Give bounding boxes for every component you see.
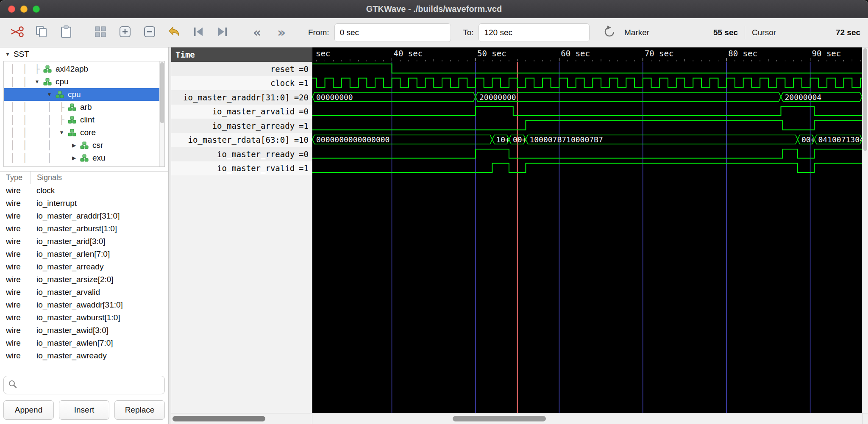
cut-button[interactable]	[8, 23, 27, 42]
signal-table-row[interactable]: wireio_interrupt	[0, 197, 168, 210]
module-icon	[43, 65, 54, 73]
wave-name-row[interactable]: io_master_araddr[31:0]=20	[171, 90, 312, 105]
module-icon	[68, 103, 79, 111]
signal-type: wire	[0, 211, 31, 221]
module-icon	[68, 116, 79, 124]
module-icon	[80, 141, 91, 150]
sst-header[interactable]: ▼ SST	[0, 47, 168, 61]
to-label: To:	[463, 28, 473, 37]
signal-table-row[interactable]: wireio_master_awlen[7:0]	[0, 337, 168, 349]
zoom-to-end-button[interactable]	[213, 23, 232, 42]
wave-name-row[interactable]: io_master_rready=0	[171, 147, 312, 161]
svg-text:60 sec: 60 sec	[561, 49, 590, 58]
signals-list: wireclockwireio_interruptwireio_master_a…	[0, 184, 168, 371]
close-button[interactable]	[8, 6, 15, 13]
svg-text:40 sec: 40 sec	[394, 49, 423, 58]
append-button[interactable]: Append	[3, 400, 54, 420]
cursor-value: 72 sec	[836, 28, 860, 37]
signal-table-row[interactable]: wireio_master_awaddr[31:0]	[0, 299, 168, 311]
tree-item-arb[interactable]: ││ │├arb	[4, 101, 164, 114]
zoom-undo-button[interactable]	[164, 23, 184, 42]
wave-signal-name: io_master_rvalid	[217, 164, 295, 173]
from-input[interactable]	[334, 23, 451, 42]
wave-name-row[interactable]: reset=0	[171, 62, 312, 76]
prev-edge-button[interactable]: «	[248, 23, 267, 42]
tree-item-core[interactable]: ││ │▼core	[4, 126, 164, 139]
vertical-scrollbar[interactable]	[862, 47, 868, 413]
expander-open-icon[interactable]: ▼	[56, 130, 68, 136]
expander-closed-icon[interactable]: ▶	[68, 155, 80, 161]
wave-name-row[interactable]: io_master_rdata[63:0]=10	[171, 133, 312, 147]
vertical-scrollbar-thumb[interactable]	[863, 48, 867, 151]
expander-open-icon[interactable]: ▼	[31, 79, 43, 85]
wave-panel: Time reset=0clock=1io_master_araddr[31:0…	[171, 47, 868, 424]
signal-name: clock	[31, 186, 55, 195]
names-horizontal-scrollbar[interactable]	[171, 413, 312, 424]
signal-table-row[interactable]: wireclock	[0, 184, 168, 197]
tree-item-cpu[interactable]: ││▼cpu	[4, 75, 164, 88]
wave-name-row[interactable]: clock=1	[171, 76, 312, 91]
toolbar: « » From: To: Marker 55 sec Cursor 72 se…	[0, 18, 868, 47]
expander-open-icon[interactable]: ▼	[43, 91, 56, 97]
divider	[745, 26, 745, 39]
tree-item-exu[interactable]: ││ │ ▶exu	[4, 152, 164, 164]
waveform-canvas[interactable]: sec40 sec50 sec60 sec70 sec80 sec90 sec0…	[312, 47, 862, 413]
tree-guide: │	[6, 75, 19, 88]
svg-text:00000000: 00000000	[316, 93, 353, 102]
tree-scrollbar-thumb[interactable]	[160, 62, 164, 123]
signal-table-row[interactable]: wireio_master_arready	[0, 260, 168, 273]
wave-signal-name: io_master_rdata[63:0]	[188, 135, 289, 144]
minimize-button[interactable]	[20, 6, 28, 13]
svg-text:00+: 00+	[801, 135, 815, 144]
wave-horizontal-scrollbar[interactable]	[312, 413, 862, 424]
signal-table-row[interactable]: wireio_master_arvalid	[0, 286, 168, 299]
signal-table-row[interactable]: wireio_master_araddr[31:0]	[0, 210, 168, 222]
replace-button[interactable]: Replace	[114, 400, 165, 420]
zoom-in-button[interactable]	[115, 23, 135, 42]
wave-signal-name: clock	[270, 78, 295, 88]
next-edge-button[interactable]: »	[272, 23, 291, 42]
insert-button[interactable]: Insert	[59, 400, 109, 420]
tree-item-clint[interactable]: ││ │├clint	[4, 114, 164, 126]
svg-text:sec: sec	[316, 49, 330, 58]
sst-panel: ▼ SST ││├axi42apb││▼cpu││└▼cpu││ │├arb││…	[0, 47, 169, 424]
tree-guide: │	[19, 101, 31, 114]
tree-item-axi42apb[interactable]: ││├axi42apb	[4, 63, 164, 75]
signal-table-row[interactable]: wireio_master_arlen[7:0]	[0, 248, 168, 260]
signal-type: wire	[0, 313, 31, 322]
signal-name-list: reset=0clock=1io_master_araddr[31:0]=20i…	[171, 62, 312, 175]
svg-text:20000004: 20000004	[785, 93, 822, 102]
zoom-to-start-button[interactable]	[189, 23, 208, 42]
signal-type: wire	[0, 288, 31, 297]
paste-button[interactable]	[56, 23, 76, 42]
signal-table-row[interactable]: wireio_master_awready	[0, 349, 168, 362]
tree-guide: └	[31, 88, 43, 101]
zoom-out-button[interactable]	[140, 23, 159, 42]
marker-value: 55 sec	[713, 28, 738, 37]
signal-table-row[interactable]: wireio_master_arsize[2:0]	[0, 273, 168, 286]
expander-closed-icon[interactable]: ▶	[68, 142, 80, 148]
search-input[interactable]	[21, 380, 160, 390]
wave-name-row[interactable]: io_master_arvalid=0	[171, 105, 312, 119]
reload-button[interactable]	[600, 23, 619, 42]
signal-table-row[interactable]: wireio_master_awburst[1:0]	[0, 311, 168, 324]
signal-table-row[interactable]: wireio_master_arburst[1:0]	[0, 222, 168, 235]
search-box[interactable]	[3, 376, 165, 394]
fullscreen-button[interactable]	[33, 6, 40, 13]
wave-signal-value: =1	[299, 121, 309, 130]
tree-item-cpu[interactable]: ││└▼cpu	[4, 88, 164, 101]
signal-table-row[interactable]: wireio_master_awid[3:0]	[0, 324, 168, 337]
waveform-area[interactable]: sec40 sec50 sec60 sec70 sec80 sec90 sec0…	[312, 47, 862, 413]
signal-table-row[interactable]: wireio_master_arid[3:0]	[0, 235, 168, 248]
tree-guide: │	[6, 139, 19, 152]
tree-item-csr[interactable]: ││ │ ▶csr	[4, 139, 164, 152]
wave-scrollbar-thumb[interactable]	[453, 416, 546, 421]
scissors-icon	[10, 25, 25, 40]
zoom-fit-button[interactable]	[91, 23, 111, 42]
tree-scrollbar[interactable]	[159, 61, 164, 166]
to-input[interactable]	[479, 23, 590, 42]
wave-name-row[interactable]: io_master_arready=1	[171, 119, 312, 133]
wave-name-row[interactable]: io_master_rvalid=1	[171, 161, 312, 176]
copy-button[interactable]	[32, 23, 52, 42]
names-scrollbar-thumb[interactable]	[172, 416, 265, 421]
